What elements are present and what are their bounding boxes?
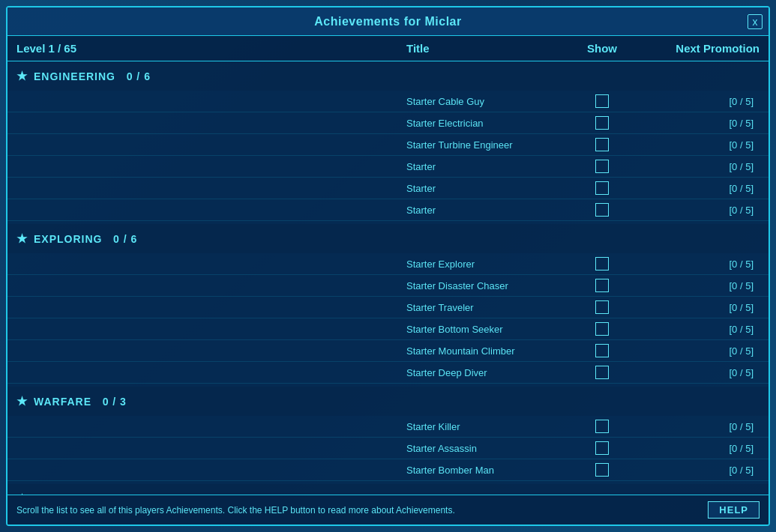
achievement-title: Starter Cable Guy (406, 96, 565, 107)
star-icon-engineering: ★ (16, 69, 28, 83)
star-icon-warfare: ★ (16, 394, 28, 408)
achievement-row: Starter Cable Guy [0 / 5] (7, 91, 769, 112)
achievement-row: Starter Turbine Engineer [0 / 5] (7, 134, 769, 156)
achievement-row: Starter [0 / 5] (7, 199, 769, 221)
cell-show[interactable] (565, 160, 640, 173)
achievement-row: Starter [0 / 5] (7, 156, 769, 178)
cell-show[interactable] (565, 463, 640, 477)
cell-progress: [0 / 5] (640, 96, 760, 107)
cell-progress: [0 / 5] (640, 259, 760, 270)
category-name-warfare: ★ WARFARE 0 / 3 (16, 394, 406, 408)
achievement-row: Starter Bomber Man [0 / 5] (7, 459, 769, 481)
category-header-zoology: ★ ZOOLOGY 0 / 5 (7, 484, 769, 495)
category-label-warfare: WARFARE 0 / 3 (34, 396, 127, 408)
help-button[interactable]: HELP (708, 501, 760, 519)
cell-show[interactable] (565, 322, 640, 336)
modal-title: Achievements for Miclar (314, 15, 461, 28)
cell-progress: [0 / 5] (640, 324, 760, 335)
show-checkbox[interactable] (595, 203, 609, 217)
cell-show[interactable] (565, 203, 640, 217)
footer-text: Scroll the list to see all of this playe… (16, 505, 455, 516)
show-checkbox[interactable] (595, 420, 609, 433)
close-button[interactable]: x (748, 14, 763, 29)
achievements-list[interactable]: ★ ENGINEERING 0 / 6 Starter Cable Guy [0… (7, 61, 769, 495)
show-checkbox[interactable] (595, 279, 609, 292)
achievement-title: Starter Traveler (406, 302, 565, 313)
achievement-title: Starter Deep Diver (406, 367, 565, 378)
achievement-row: Starter Traveler [0 / 5] (7, 297, 769, 318)
category-label-zoology: ZOOLOGY 0 / 5 (34, 493, 127, 495)
cell-progress: [0 / 5] (640, 367, 760, 378)
show-checkbox[interactable] (595, 116, 609, 130)
category-label-engineering: ENGINEERING 0 / 6 (34, 70, 151, 82)
category-name-exploring: ★ EXPLORING 0 / 6 (16, 232, 406, 246)
show-checkbox[interactable] (595, 441, 609, 455)
achievement-title: Starter (406, 161, 565, 172)
category-exploring: ★ EXPLORING 0 / 6 Starter Explorer [0 / … (7, 224, 769, 384)
cell-progress: [0 / 5] (640, 205, 760, 216)
cell-show[interactable] (565, 116, 640, 130)
achievement-title: Starter Bottom Seeker (406, 324, 565, 335)
show-checkbox[interactable] (595, 366, 609, 379)
cell-show[interactable] (565, 181, 640, 195)
achievement-title: Starter (406, 205, 565, 216)
show-checkbox[interactable] (595, 181, 609, 195)
show-checkbox[interactable] (595, 463, 609, 477)
category-header-engineering: ★ ENGINEERING 0 / 6 (7, 61, 769, 91)
cell-show[interactable] (565, 441, 640, 455)
modal-footer: Scroll the list to see all of this playe… (7, 495, 769, 525)
show-checkbox[interactable] (595, 160, 609, 173)
show-checkbox[interactable] (595, 344, 609, 357)
cell-show[interactable] (565, 300, 640, 314)
cell-show[interactable] (565, 344, 640, 357)
cell-show[interactable] (565, 420, 640, 433)
col-title: Title (406, 42, 565, 55)
cell-progress: [0 / 5] (640, 465, 760, 476)
category-engineering: ★ ENGINEERING 0 / 6 Starter Cable Guy [0… (7, 61, 769, 221)
cell-progress: [0 / 5] (640, 183, 760, 194)
col-next-promo: Next Promotion (640, 42, 760, 55)
achievement-title: Starter Disaster Chaser (406, 280, 565, 291)
cell-show[interactable] (565, 94, 640, 108)
category-name-zoology: ★ ZOOLOGY 0 / 5 (16, 492, 406, 495)
achievement-title: Starter Killer (406, 421, 565, 432)
cell-progress: [0 / 5] (640, 139, 760, 151)
col-level: Level 1 / 65 (16, 42, 406, 55)
show-checkbox[interactable] (595, 322, 609, 336)
cell-progress: [0 / 5] (640, 345, 760, 357)
cell-progress: [0 / 5] (640, 302, 760, 313)
cell-show[interactable] (565, 366, 640, 379)
cell-progress: [0 / 5] (640, 421, 760, 432)
cell-show[interactable] (565, 138, 640, 151)
achievement-row: Starter Mountain Climber [0 / 5] (7, 340, 769, 362)
achievements-modal: Achievements for Miclar x Level 1 / 65 T… (6, 6, 770, 526)
star-icon-zoology: ★ (16, 492, 28, 495)
achievement-title: Starter Assassin (406, 443, 565, 454)
achievement-row: Starter Bottom Seeker [0 / 5] (7, 318, 769, 340)
show-checkbox[interactable] (595, 300, 609, 314)
show-checkbox[interactable] (595, 257, 609, 270)
category-header-warfare: ★ WARFARE 0 / 3 (7, 387, 769, 416)
show-checkbox[interactable] (595, 138, 609, 151)
category-label-exploring: EXPLORING 0 / 6 (34, 233, 137, 245)
star-icon-exploring: ★ (16, 232, 28, 246)
category-name-engineering: ★ ENGINEERING 0 / 6 (16, 69, 406, 83)
achievement-row: Starter [0 / 5] (7, 178, 769, 199)
modal-header: Achievements for Miclar x (7, 7, 769, 36)
achievement-title: Starter Electrician (406, 118, 565, 129)
achievement-row: Starter Killer [0 / 5] (7, 416, 769, 438)
cell-progress: [0 / 5] (640, 280, 760, 291)
achievement-row: Starter Disaster Chaser [0 / 5] (7, 275, 769, 297)
show-checkbox[interactable] (595, 94, 609, 108)
cell-show[interactable] (565, 257, 640, 270)
category-zoology: ★ ZOOLOGY 0 / 5 Starter Wolf Spotter [0 … (7, 484, 769, 495)
column-headers: Level 1 / 65 Title Show Next Promotion (7, 36, 769, 61)
achievement-row: Starter Deep Diver [0 / 5] (7, 362, 769, 384)
cell-show[interactable] (565, 279, 640, 292)
achievement-title: Starter Bomber Man (406, 465, 565, 476)
cell-progress: [0 / 5] (640, 161, 760, 172)
category-header-exploring: ★ EXPLORING 0 / 6 (7, 224, 769, 253)
cell-progress: [0 / 5] (640, 118, 760, 129)
cell-progress: [0 / 5] (640, 443, 760, 454)
col-show: Show (565, 42, 640, 55)
